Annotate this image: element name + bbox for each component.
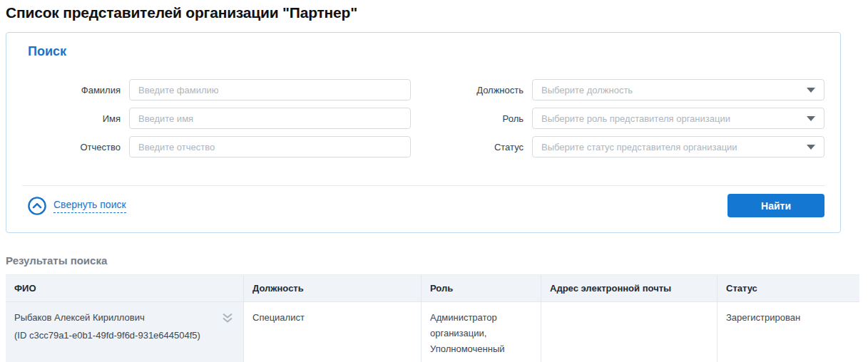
table-row: Рыбаков Алексей Кириллович (ID c3cc79a1-…	[6, 301, 859, 362]
column-header-fio: ФИО	[6, 275, 243, 301]
form-row-position: Должность Выберите должность	[411, 79, 824, 100]
form-row-patronymic: Отчество	[22, 136, 411, 157]
collapse-search-label: Свернуть поиск	[53, 199, 126, 213]
chevron-down-icon	[807, 88, 815, 93]
firstname-input[interactable]	[129, 108, 411, 129]
search-panel-title: Поиск	[28, 44, 824, 59]
position-label: Должность	[411, 85, 532, 95]
status-select[interactable]: Выберите статус представителя организаци…	[532, 136, 824, 157]
find-button[interactable]: Найти	[727, 194, 824, 217]
results-title: Результаты поиска	[6, 254, 868, 267]
role-select-placeholder: Выберите роль представителя организации	[541, 113, 730, 124]
status-label: Статус	[411, 142, 532, 152]
cell-role: Администратор организации, Уполномоченны…	[421, 302, 541, 362]
column-header-position: Должность	[243, 275, 421, 301]
collapse-search-link[interactable]: Свернуть поиск	[28, 197, 126, 215]
role-select[interactable]: Выберите роль представителя организации	[532, 108, 824, 129]
table-header-row: ФИО Должность Роль Адрес электронной поч…	[6, 274, 859, 301]
position-select[interactable]: Выберите должность	[532, 79, 824, 100]
cell-position: Специалист	[243, 302, 421, 362]
form-row-lastname: Фамилия	[22, 79, 411, 100]
search-form: Фамилия Имя Отчество Должность Выберите …	[22, 79, 824, 165]
chevron-up-circle-icon	[28, 197, 46, 215]
chevron-down-icon	[807, 116, 815, 121]
search-form-left-column: Фамилия Имя Отчество	[22, 79, 411, 165]
cell-email	[541, 302, 717, 362]
column-header-email: Адрес электронной почты	[541, 275, 717, 301]
double-chevron-down-icon[interactable]	[222, 313, 233, 324]
cell-fio: Рыбаков Алексей Кириллович (ID c3cc79a1-…	[6, 302, 243, 362]
lastname-label: Фамилия	[22, 85, 129, 95]
cell-status: Зарегистрирован	[717, 302, 859, 362]
position-select-placeholder: Выберите должность	[541, 85, 633, 95]
search-form-right-column: Должность Выберите должность Роль Выбери…	[411, 79, 824, 165]
column-header-role: Роль	[421, 275, 541, 301]
form-row-status: Статус Выберите статус представителя орг…	[411, 136, 824, 157]
column-header-status: Статус	[717, 275, 859, 301]
fio-id: (ID c3cc79a1-e0b1-49fd-9f6d-931e644504f5…	[14, 328, 200, 343]
fio-name: Рыбаков Алексей Кириллович	[14, 310, 200, 326]
form-row-role: Роль Выберите роль представителя организ…	[411, 108, 824, 129]
page-title: Список представителей организации "Партн…	[6, 4, 868, 21]
role-label: Роль	[411, 113, 532, 124]
status-select-placeholder: Выберите статус представителя организаци…	[541, 142, 737, 152]
patronymic-label: Отчество	[22, 142, 129, 152]
search-panel-footer: Свернуть поиск Найти	[22, 185, 824, 225]
chevron-down-icon	[807, 145, 815, 150]
form-row-firstname: Имя	[22, 108, 411, 129]
firstname-label: Имя	[22, 113, 129, 124]
page: Список представителей организации "Партн…	[0, 0, 868, 362]
patronymic-input[interactable]	[129, 136, 411, 157]
search-panel: Поиск Фамилия Имя Отчество Должность	[6, 32, 841, 233]
results-table: ФИО Должность Роль Адрес электронной поч…	[6, 274, 859, 362]
lastname-input[interactable]	[129, 79, 411, 100]
fio-text-block: Рыбаков Алексей Кириллович (ID c3cc79a1-…	[14, 310, 200, 358]
